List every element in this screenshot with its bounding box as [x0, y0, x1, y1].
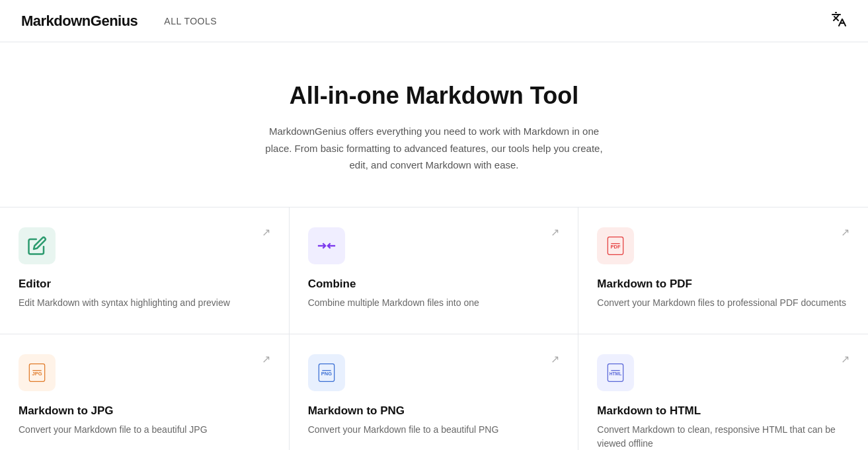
tool-name-html: Markdown to HTML — [597, 404, 849, 418]
arrow-icon: ↗ — [262, 353, 270, 365]
logo[interactable]: MarkdownGenius — [21, 13, 138, 30]
tool-desc-editor: Edit Markdown with syntax highlighting a… — [19, 296, 270, 310]
tool-card-png[interactable]: ↗ PNG Markdown to PNG Convert your Markd… — [290, 334, 579, 451]
tool-card-editor[interactable]: ↗ Editor Edit Markdown with syntax highl… — [0, 207, 290, 334]
tool-card-pdf[interactable]: ↗ PDF Markdown to PDF Convert your Markd… — [578, 207, 868, 334]
tool-name-jpg: Markdown to JPG — [19, 404, 270, 418]
svg-text:PNG: PNG — [321, 371, 332, 377]
tool-icon-editor — [19, 227, 56, 264]
arrow-icon: ↗ — [262, 226, 270, 239]
hero-title: All-in-one Markdown Tool — [13, 82, 855, 110]
tool-icon-png: PNG — [308, 354, 345, 391]
tool-icon-jpg: JPG — [19, 354, 56, 391]
tool-card-combine[interactable]: ↗ Combine Combine multiple Markdown file… — [290, 207, 579, 334]
tool-icon-html: HTML — [597, 354, 634, 391]
arrow-icon: ↗ — [841, 353, 849, 365]
tool-desc-html: Convert Markdown to clean, responsive HT… — [597, 423, 849, 451]
translate-icon[interactable] — [831, 11, 847, 31]
tool-desc-combine: Combine multiple Markdown files into one — [308, 296, 560, 310]
arrow-icon: ↗ — [841, 226, 849, 239]
header: MarkdownGenius ALL TOOLS — [0, 0, 868, 42]
tool-name-editor: Editor — [19, 278, 270, 291]
hero-description: MarkdownGenius offers everything you nee… — [262, 123, 606, 174]
tool-name-combine: Combine — [308, 278, 560, 291]
svg-text:JPG: JPG — [32, 371, 42, 377]
tool-card-jpg[interactable]: ↗ JPG Markdown to JPG Convert your Markd… — [0, 334, 290, 451]
svg-text:PDF: PDF — [611, 244, 621, 250]
tool-icon-combine — [308, 227, 345, 264]
tool-desc-jpg: Convert your Markdown file to a beautifu… — [19, 423, 270, 437]
tool-desc-pdf: Convert your Markdown files to professio… — [597, 296, 849, 310]
tools-grid: ↗ Editor Edit Markdown with syntax highl… — [0, 207, 868, 451]
tool-name-pdf: Markdown to PDF — [597, 278, 849, 291]
tool-card-html[interactable]: ↗ HTML Markdown to HTML Convert Markdown… — [578, 334, 868, 451]
tool-desc-png: Convert your Markdown file to a beautifu… — [308, 423, 560, 437]
nav-all-tools[interactable]: ALL TOOLS — [164, 16, 217, 26]
svg-text:HTML: HTML — [610, 371, 621, 376]
header-left: MarkdownGenius ALL TOOLS — [21, 13, 217, 30]
tool-name-png: Markdown to PNG — [308, 404, 560, 418]
arrow-icon: ↗ — [551, 226, 559, 239]
arrow-icon: ↗ — [551, 353, 559, 365]
tool-icon-pdf: PDF — [597, 227, 634, 264]
hero-section: All-in-one Markdown Tool MarkdownGenius … — [0, 42, 868, 207]
